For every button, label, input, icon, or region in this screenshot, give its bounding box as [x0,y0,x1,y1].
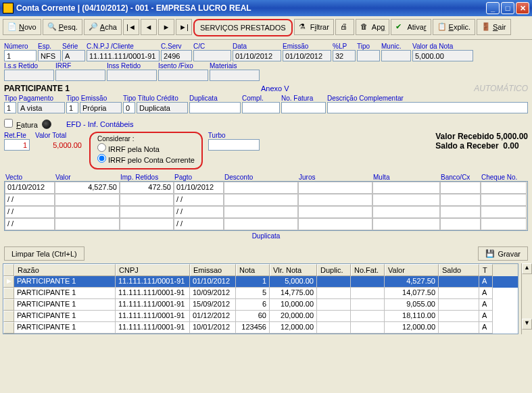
lancamento-row[interactable]: ▶PARTICIPANTE 111.111.111/0001-9101/10/2… [3,276,518,288]
bh-nofat[interactable]: No.Fat. [351,264,385,276]
novo-button[interactable]: 📄Novo [3,19,41,35]
lancamento-row[interactable]: PARTICIPANTE 111.111.111/0001-9115/09/20… [3,299,518,311]
bh-t[interactable]: T [479,264,493,276]
valtot-label: Valor Total [35,132,84,139]
tp-code-input[interactable] [4,102,16,113]
help-icon: 📋 [437,22,447,32]
bh-nota[interactable]: Nota [236,264,270,276]
scroll-down-icon[interactable]: ▼ [522,319,532,330]
cc-input [193,50,231,61]
irrf-cc-radio-label[interactable]: IRRF pelo Conta Corrente [97,154,195,164]
bh-valor[interactable]: Valor [385,264,439,276]
lancamento-row[interactable]: PARTICIPANTE 111.111.111/0001-9101/12/20… [3,311,518,322]
tc-code-input[interactable] [123,102,135,113]
apg-button[interactable]: 🗑Apg [356,19,390,35]
inss-input [107,70,157,81]
cc-label[interactable]: C/C [193,43,231,50]
participante-name: PARTICIPANTE 1 [4,84,261,93]
data-label[interactable]: Data [233,43,281,50]
bh-saldo[interactable]: Saldo [439,264,479,276]
nav-first-button[interactable]: |◄ [123,19,139,35]
parcela-row[interactable]: / / / / [5,194,527,206]
lp-input [333,50,356,61]
nav-next-button[interactable]: ► [158,19,174,35]
bh-vlnota[interactable]: Vlr. Nota [270,264,317,276]
maximize-button[interactable]: □ [501,2,514,14]
parcelas-grid[interactable]: 01/10/20124,527.50472.5001/10/2012 / / /… [4,181,528,231]
esp-label: Esp. [38,43,61,50]
nav-prev-button[interactable]: ◄ [141,19,157,35]
compl-input[interactable] [242,102,280,113]
acha-button[interactable]: 🔎Acha [84,19,122,35]
valtot-input [35,139,84,151]
sair-button[interactable]: 🚪Sair [477,19,511,35]
materiais-input [210,70,260,81]
first-icon: |◄ [126,23,136,31]
dup-input[interactable] [189,102,241,113]
row-marker-header [3,264,14,276]
nof-input[interactable] [281,102,326,113]
servicos-button[interactable]: SERVIÇOS PRESTADOS [193,19,293,36]
next-icon: ► [162,23,170,31]
gh-valor: Valor [54,174,119,181]
window-title: Conta Corrente | (04/10/2012) - 001 - EM… [16,3,486,13]
toolbar: 📄Novo 🔍Pesq. 🔎Acha |◄ ◄ ► ►| SERVIÇOS PR… [0,16,532,40]
valor-nota-label: Valor da Nota [412,43,473,50]
parcela-row[interactable]: 01/10/20124,527.50472.5001/10/2012 [5,182,527,194]
tipo-input [357,50,380,61]
gh-banco: Banco/Cx [439,174,480,181]
emissao-input [283,50,331,61]
nav-last-button[interactable]: ►| [176,19,192,35]
ativar-button[interactable]: ✔Ativar [391,19,431,35]
print-button[interactable]: 🖨 [335,19,354,35]
bh-cnpj[interactable]: CNPJ [116,264,190,276]
minimize-button[interactable]: _ [486,2,500,14]
irrf-nota-radio[interactable] [97,143,106,152]
considerar-group: Considerar : IRRF pela Nota IRRF pelo Co… [89,132,203,169]
irrf-cc-radio[interactable] [97,154,106,163]
lancamentos-grid[interactable]: Razão CNPJ Emissao Nota Vlr. Nota Duplic… [3,263,518,334]
irrf-nota-radio-label[interactable]: IRRF pela Nota [97,143,195,153]
bh-razao[interactable]: Razão [14,264,116,276]
fatura-checkbox-label[interactable]: Fatura [4,119,38,129]
tp-text [18,102,65,113]
find-icon: 🔎 [89,22,98,32]
gravar-button[interactable]: 💾Gravar [478,246,528,261]
numero-input[interactable] [4,50,37,61]
cnpj-input [87,50,160,61]
close-button[interactable]: ✕ [516,2,529,14]
search-icon: 🔍 [47,22,57,32]
serie-input [62,50,85,61]
bh-duplic[interactable]: Duplic. [317,264,351,276]
exit-icon: 🚪 [481,22,491,32]
retfte-input[interactable] [4,139,30,151]
lancamento-row[interactable]: PARTICIPANTE 111.111.111/0001-9110/01/20… [3,322,518,334]
explic-button[interactable]: 📋Explic. [433,19,475,35]
bh-emissao[interactable]: Emissao [190,264,236,276]
efd-link[interactable]: EFD - Inf. Contábeis [66,120,134,128]
scroll-up-icon[interactable]: ▲ [522,263,532,274]
numero-label[interactable]: Número [4,43,37,50]
cnpj-label[interactable]: C.N.P.J /Cliente [87,43,160,50]
parcela-row[interactable]: / / / / [5,218,527,230]
record-icon[interactable] [42,120,51,129]
turbo-label[interactable]: Turbo [208,132,260,139]
gh-juros: Juros [297,174,372,181]
gh-multa: Multa [372,174,439,181]
fatura-checkbox[interactable] [4,119,13,128]
limpar-button[interactable]: Limpar Tela (Ctrl+L) [4,246,84,261]
turbo-input[interactable] [208,139,260,151]
munic-input [381,50,411,61]
tipo-label: Tipo [357,43,380,50]
lancamento-row[interactable]: PARTICIPANTE 111.111.111/0001-9110/09/20… [3,288,518,299]
save-icon: 💾 [485,249,495,258]
desc-input[interactable] [327,102,528,113]
parcela-row[interactable]: / / / / [5,206,527,218]
valor-summary: Valor Recebido 5,000.00 Saldo a Receber … [435,132,528,151]
pesq-button[interactable]: 🔍Pesq. [43,19,82,35]
te-code-input[interactable] [66,102,78,113]
grid-scrollbar[interactable]: ▲ ▼ [521,263,532,334]
prev-icon: ◄ [145,23,152,31]
cserv-label[interactable]: C.Serv [161,43,192,50]
filtrar-button[interactable]: ⚗Filtrar [294,19,334,35]
